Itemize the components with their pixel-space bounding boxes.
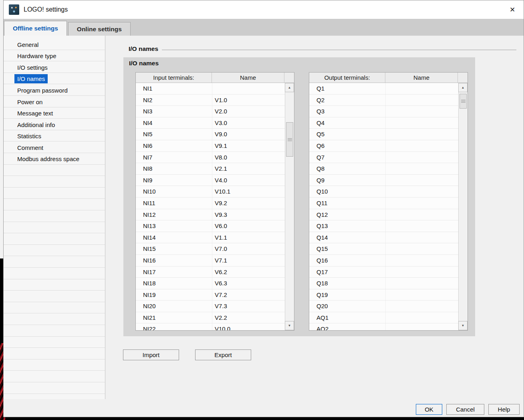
scroll-up-icon[interactable]: ▲ xyxy=(285,83,294,92)
name-cell[interactable]: V4.0 xyxy=(212,175,285,186)
name-cell[interactable]: V10.1 xyxy=(212,186,285,197)
name-cell[interactable] xyxy=(385,198,458,209)
close-icon[interactable]: ✕ xyxy=(506,4,518,16)
terminal-cell[interactable]: NI5 xyxy=(136,129,212,140)
name-cell[interactable] xyxy=(385,289,458,301)
table-row[interactable]: Q5 xyxy=(309,129,458,140)
scroll-down-icon[interactable]: ▼ xyxy=(285,321,294,330)
sidebar-item-i-o-settings[interactable]: I/O settings xyxy=(4,61,105,73)
name-cell[interactable] xyxy=(385,278,458,289)
name-cell[interactable]: V8.0 xyxy=(212,152,285,163)
table-row[interactable]: NI4V3.0 xyxy=(136,117,285,129)
terminal-cell[interactable]: NI10 xyxy=(136,186,212,197)
table-row[interactable]: Q9 xyxy=(309,175,458,186)
terminal-cell[interactable]: NI8 xyxy=(136,163,212,174)
terminal-cell[interactable]: NI16 xyxy=(136,255,212,266)
table-row[interactable]: NI8V2.1 xyxy=(136,163,285,175)
scrollbar-thumb[interactable] xyxy=(460,94,467,109)
name-cell[interactable]: V9.3 xyxy=(212,209,285,220)
table-row[interactable]: NI2V1.0 xyxy=(136,95,285,106)
terminal-cell[interactable]: Q3 xyxy=(309,106,385,117)
name-cell[interactable] xyxy=(385,163,458,174)
table-row[interactable]: NI13V6.0 xyxy=(136,220,285,232)
table-row[interactable]: NI9V4.0 xyxy=(136,175,285,186)
terminal-cell[interactable]: AQ1 xyxy=(309,312,385,323)
name-cell[interactable]: V9.1 xyxy=(212,140,285,151)
name-cell[interactable]: V7.0 xyxy=(212,243,285,254)
tab-online-settings[interactable]: Online settings xyxy=(68,22,131,36)
sidebar-item-hardware-type[interactable]: Hardware type xyxy=(4,50,105,62)
table-row[interactable]: Q8 xyxy=(309,163,458,175)
name-cell[interactable] xyxy=(385,106,458,117)
terminal-cell[interactable]: NI18 xyxy=(136,278,212,289)
terminal-cell[interactable]: NI14 xyxy=(136,232,212,243)
name-cell[interactable]: V1.1 xyxy=(212,232,285,243)
terminal-cell[interactable]: NI9 xyxy=(136,175,212,186)
terminal-cell[interactable]: NI6 xyxy=(136,140,212,151)
sidebar-item-power-on[interactable]: Power on xyxy=(4,96,105,107)
table-row[interactable]: NI20V7.3 xyxy=(136,301,285,312)
name-cell[interactable]: V2.1 xyxy=(212,163,285,174)
output-table-scrollbar[interactable]: ▲ ▼ xyxy=(458,83,468,330)
terminal-cell[interactable]: Q8 xyxy=(309,163,385,174)
table-row[interactable]: NI7V8.0 xyxy=(136,152,285,164)
terminal-cell[interactable]: NI19 xyxy=(136,289,212,301)
table-row[interactable]: AQ1 xyxy=(309,312,458,324)
name-cell[interactable]: V2.0 xyxy=(212,106,285,117)
sidebar-item-general[interactable]: General xyxy=(4,38,105,50)
table-row[interactable]: Q2 xyxy=(309,95,458,106)
name-cell[interactable]: V7.1 xyxy=(212,255,285,266)
name-cell[interactable] xyxy=(385,232,458,243)
table-row[interactable]: Q4 xyxy=(309,117,458,129)
name-cell[interactable] xyxy=(385,209,458,220)
input-table-scrollbar[interactable]: ▲ ▼ xyxy=(285,83,294,330)
import-button[interactable]: Import xyxy=(123,349,179,360)
terminal-cell[interactable]: NI1 xyxy=(136,83,212,94)
table-row[interactable]: NI22V10.0 xyxy=(136,323,285,330)
terminal-cell[interactable]: NI22 xyxy=(136,323,212,330)
table-row[interactable]: NI5V9.0 xyxy=(136,129,285,140)
terminal-cell[interactable]: Q13 xyxy=(309,220,385,232)
terminal-cell[interactable]: Q12 xyxy=(309,209,385,220)
name-cell[interactable]: V9.2 xyxy=(212,198,285,209)
table-row[interactable]: Q20 xyxy=(309,301,458,312)
name-cell[interactable] xyxy=(385,323,458,330)
sidebar-item-program-password[interactable]: Program password xyxy=(4,84,105,96)
table-row[interactable]: NI15V7.0 xyxy=(136,243,285,255)
table-row[interactable]: NI6V9.1 xyxy=(136,140,285,152)
table-row[interactable]: Q7 xyxy=(309,152,458,164)
sidebar-item-comment[interactable]: Comment xyxy=(4,141,105,153)
name-cell[interactable] xyxy=(385,117,458,129)
table-row[interactable]: NI14V1.1 xyxy=(136,232,285,244)
name-cell[interactable] xyxy=(385,312,458,323)
terminal-cell[interactable]: Q5 xyxy=(309,129,385,140)
sidebar-item-message-text[interactable]: Message text xyxy=(4,107,105,119)
terminal-cell[interactable]: Q16 xyxy=(309,255,385,266)
terminal-cell[interactable]: Q14 xyxy=(309,232,385,243)
table-row[interactable]: Q6 xyxy=(309,140,458,152)
tab-offline-settings[interactable]: Offline settings xyxy=(4,21,67,36)
name-cell[interactable]: V7.2 xyxy=(212,289,285,301)
name-cell[interactable] xyxy=(385,220,458,232)
sidebar-item-i-o-names[interactable]: I/O names xyxy=(4,73,105,85)
table-row[interactable]: NI16V7.1 xyxy=(136,255,285,267)
terminal-cell[interactable]: AQ2 xyxy=(309,323,385,330)
table-row[interactable]: NI21V2.2 xyxy=(136,312,285,324)
sidebar-item-additional-info[interactable]: Additional info xyxy=(4,119,105,130)
terminal-cell[interactable]: Q10 xyxy=(309,186,385,197)
export-button[interactable]: Export xyxy=(195,349,251,360)
table-row[interactable]: Q18 xyxy=(309,278,458,289)
terminal-cell[interactable]: NI21 xyxy=(136,312,212,323)
terminal-cell[interactable]: Q19 xyxy=(309,289,385,301)
name-cell[interactable]: V2.2 xyxy=(212,312,285,323)
name-cell[interactable] xyxy=(212,83,285,94)
table-row[interactable]: Q17 xyxy=(309,267,458,278)
terminal-cell[interactable]: NI15 xyxy=(136,243,212,254)
terminal-cell[interactable]: Q9 xyxy=(309,175,385,186)
table-row[interactable]: Q16 xyxy=(309,255,458,267)
table-row[interactable]: Q1 xyxy=(309,83,458,95)
table-row[interactable]: Q10 xyxy=(309,186,458,198)
table-row[interactable]: Q3 xyxy=(309,106,458,117)
terminal-cell[interactable]: NI20 xyxy=(136,301,212,312)
table-row[interactable]: NI17V6.2 xyxy=(136,267,285,278)
